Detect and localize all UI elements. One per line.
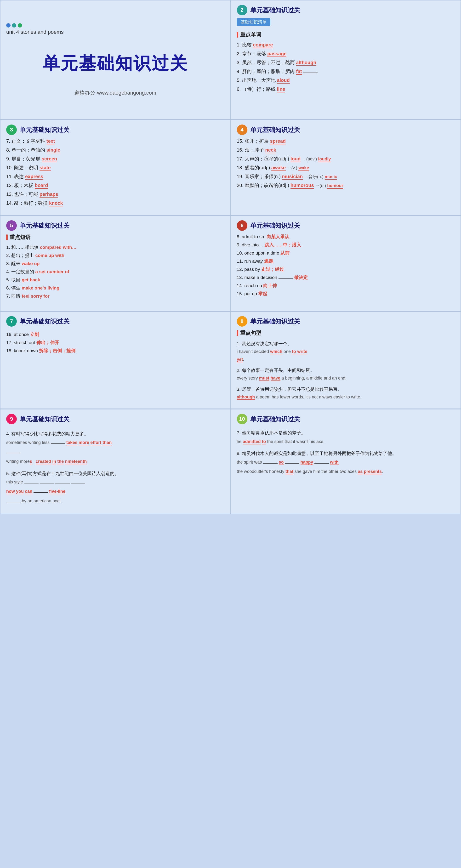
ans-to2: to <box>262 439 266 444</box>
cell-2-number: 2 <box>237 5 247 15</box>
cell-10-header: 10 单元基础知识过关 <box>237 414 455 424</box>
phrase-4: 4. 一定数量的 a set number of <box>6 269 224 275</box>
sentence-7-ch: 7. 他向精灵承认那不是他的斧子。 <box>237 429 455 437</box>
subtitle: unit 4 stories and poems <box>6 29 64 35</box>
cell-10: 10 单元基础知识过关 7. 他向精灵承认那不是他的斧子。 he admitte… <box>230 409 461 514</box>
phrase-3: 3. 醒来 wake up <box>6 260 224 267</box>
ans-as: as <box>358 469 363 474</box>
vocab-20: 20. 幽默的；诙谐的(adj.) humorous →(n.) humour <box>237 182 455 189</box>
ans-write: write <box>297 349 307 354</box>
sentence-2: 2. 每个故事一定有开头、中间和结尾。 every story must hav… <box>237 367 455 382</box>
key-phrases-label: 重点短语 <box>9 234 31 241</box>
sentence-3: 3. 尽管一首诗用词较少，但它并不总是比较容易写。 although a poe… <box>237 385 455 401</box>
answer-reach-up: 向上伸 <box>263 283 277 288</box>
vocab-17: 17. 大声的；喧哗的(adj.) loud →(adv.) loudly <box>237 156 455 162</box>
phrase-16: 16. at once 立刻 <box>6 331 224 338</box>
phrase-1: 1. 和……相比较 compared with… <box>6 244 224 250</box>
sentence-4: 4. 有时写得少比写得多花费的精力更多。 sometimes writing l… <box>6 430 224 466</box>
cell-7-number: 7 <box>6 316 17 327</box>
answer-compared-with: compared with… <box>40 245 76 250</box>
vocab-5: 5. 出声地；大声地 aloud <box>237 77 455 84</box>
blank-s8-2 <box>285 463 299 464</box>
answer-express: express <box>25 174 43 180</box>
ans-happy: happy <box>301 460 313 465</box>
sentence-7-en: he admitted to the spirit that it wasn't… <box>237 437 455 446</box>
phrase-15: 15. put up 举起 <box>237 291 455 297</box>
vocab-8: 8. 单一的；单独的 single <box>6 147 224 153</box>
blank-s8-1 <box>263 463 278 464</box>
sentence-2-ch: 2. 每个故事一定有开头、中间和结尾。 <box>237 367 455 374</box>
answer-although: although <box>296 60 316 66</box>
sentence-1-en: i haven't decided which one to write yet… <box>237 348 455 363</box>
vocab-12: 12. 板；木板 board <box>6 182 224 189</box>
answer-humorous: humorous <box>290 183 314 189</box>
answer-set-number: a set number of <box>35 269 69 274</box>
answer-screen: screen <box>42 156 57 162</box>
ans-five-line: five-line <box>49 489 65 494</box>
answer-spread: spread <box>270 138 286 145</box>
sentence-3-en: although a poem has fewer words, it's no… <box>237 393 455 401</box>
vocab-16: 16. 颈；脖子 neck <box>237 147 455 153</box>
decorations <box>6 23 22 28</box>
cell-3-title: 单元基础知识过关 <box>20 126 69 134</box>
answer-music: music <box>325 174 337 180</box>
key-bar-8 <box>237 330 238 336</box>
ans-in: in <box>52 459 56 464</box>
cell-9-number: 9 <box>6 414 17 424</box>
phrase-5: 5. 取回 get back <box>6 277 224 283</box>
sentence-8-ch: 8. 精灵对伐木人的诚实是如此满意，以至于她将另外两把斧子作为礼物给了他。 <box>237 450 455 457</box>
phrase-14: 14. reach up 向上伸 <box>237 283 455 289</box>
answer-admit: 向某人承认 <box>267 234 289 239</box>
key-vocab-header: 重点单词 <box>237 31 455 38</box>
cell-8: 8 单元基础知识过关 重点句型 1. 我还没有决定写哪一个。 i haven't… <box>230 311 461 409</box>
phrase-18: 18. knock down 拆除；击倒；撞倒 <box>6 348 224 354</box>
key-label: 重点单词 <box>240 31 261 38</box>
answer-loudly: loudly <box>318 157 331 162</box>
cell-3-number: 3 <box>6 125 17 135</box>
phrase-10: 10. once upon a time 从前 <box>237 250 455 256</box>
blank-s8-3 <box>314 463 329 464</box>
ans-how: how <box>6 489 15 494</box>
phrase-12: 12. pass by 走过；经过 <box>237 266 455 273</box>
cell-6: 6 单元基础知识过关 8. admit to sb. 向某人承认 9. dive… <box>230 216 461 311</box>
ans-to: to <box>292 349 296 354</box>
answer-single: single <box>47 147 60 153</box>
ans-although: although <box>237 395 255 400</box>
ans-so: so <box>279 460 284 465</box>
sentence-5: 5. 这种(写作)方式是在十九世纪由一位美国诗人创造的。 this style … <box>6 470 224 506</box>
answer-compare: compare <box>253 42 273 48</box>
key-sentences-label: 重点句型 <box>240 330 261 337</box>
answer-once: 从前 <box>280 250 289 255</box>
sentence-1-ch: 1. 我还没有决定写哪一个。 <box>237 340 455 348</box>
answer-stretch-out: 伸出；伸开 <box>36 340 59 345</box>
cell-4: 4 单元基础知识过关 15. 张开；扩展 spread 16. 颈；脖子 nec… <box>230 120 461 216</box>
sentence-3-ch: 3. 尽管一首诗用词较少，但它并不总是比较容易写。 <box>237 385 455 393</box>
answer-feel-sorry: feel sorry for <box>22 293 49 299</box>
cell-8-header: 8 单元基础知识过关 <box>237 316 455 327</box>
cell-7-title: 单元基础知识过关 <box>20 317 69 326</box>
blank-s5-1 <box>24 483 38 484</box>
blank-s5-5 <box>33 492 48 493</box>
cell-8-number: 8 <box>237 316 247 327</box>
sentence-8: 8. 精灵对伐木人的诚实是如此满意，以至于她将另外两把斧子作为礼物给了他。 th… <box>237 450 455 476</box>
key-sentences-header: 重点句型 <box>237 330 455 337</box>
answer-perhaps: perhaps <box>39 191 58 197</box>
answer-run-away: 逃跑 <box>264 258 273 264</box>
cell-2-title: 单元基础知识过关 <box>250 6 300 14</box>
answer-humour: humour <box>327 183 343 189</box>
vocab-18: 18. 醒着的(adj.) awake →(v.) wake <box>237 164 455 171</box>
cell-4-number: 4 <box>237 125 247 135</box>
blank-s5-4 <box>71 483 85 484</box>
dot-green <box>18 23 22 28</box>
cell-9-header: 9 单元基础知识过关 <box>6 414 224 424</box>
blank-s5-6 <box>6 502 21 502</box>
vocab-11: 11. 表达 express <box>6 173 224 180</box>
answer-text: text <box>47 138 55 145</box>
ans-created: s <box>30 459 32 464</box>
vocab-3: 3. 虽然，尽管；不过，然而 although <box>237 59 455 66</box>
deriv-20: →(n.) humour <box>315 183 343 189</box>
cell-5-number: 5 <box>6 220 17 231</box>
main-title: 单元基础知识过关 <box>42 52 188 75</box>
answer-awake: awake <box>271 165 286 171</box>
answer-wake-up: wake up <box>22 261 39 266</box>
